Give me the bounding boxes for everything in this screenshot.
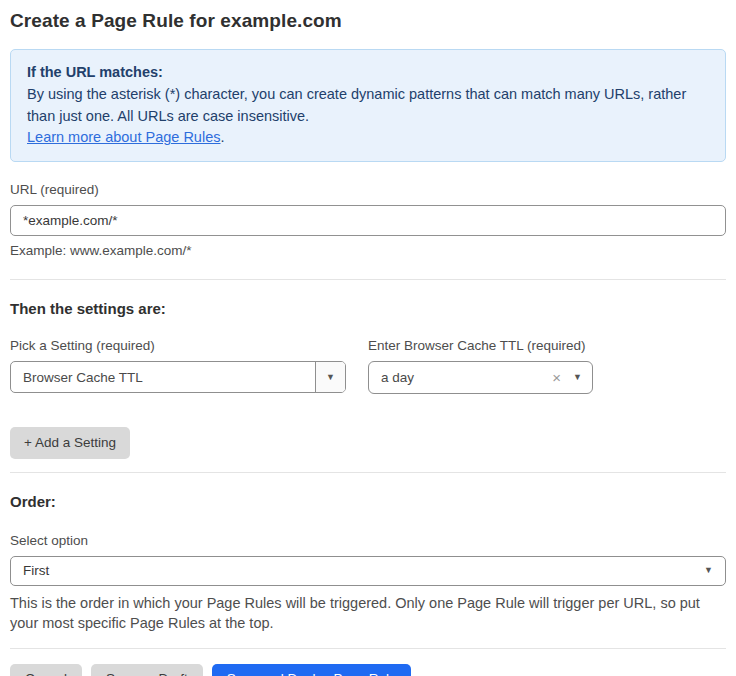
section-divider [10, 279, 726, 280]
chevron-down-icon: ▼ [573, 373, 582, 382]
url-match-info-box: If the URL matches: By using the asteris… [10, 49, 726, 162]
page-title: Create a Page Rule for example.com [10, 10, 726, 32]
ttl-picker-column: Enter Browser Cache TTL (required) a day… [368, 338, 593, 394]
info-box-body: By using the asterisk (*) character, you… [27, 84, 709, 128]
chevron-down-icon: ▼ [704, 566, 713, 575]
link-suffix: . [220, 129, 224, 145]
order-select-label: Select option [10, 533, 726, 548]
order-select[interactable]: First ▼ [10, 556, 726, 586]
setting-select[interactable]: Browser Cache TTL ▼ [10, 361, 346, 393]
ttl-picker-label: Enter Browser Cache TTL (required) [368, 338, 593, 353]
settings-row: Pick a Setting (required) Browser Cache … [10, 338, 726, 394]
footer-divider [10, 648, 726, 649]
footer-actions: Cancel Save as Draft Save and Deploy Pag… [10, 664, 726, 676]
setting-picker-label: Pick a Setting (required) [10, 338, 346, 353]
ttl-select-value: a day [381, 370, 552, 385]
setting-select-value: Browser Cache TTL [11, 362, 315, 392]
order-section-heading: Order: [10, 493, 726, 510]
info-box-link-line: Learn more about Page Rules. [27, 127, 709, 149]
ttl-select[interactable]: a day × ▼ [368, 361, 593, 394]
url-field-label: URL (required) [10, 182, 726, 197]
save-as-draft-button[interactable]: Save as Draft [91, 664, 203, 676]
order-select-value: First [23, 563, 704, 578]
add-setting-button[interactable]: + Add a Setting [10, 427, 130, 459]
info-box-heading: If the URL matches: [27, 62, 709, 84]
setting-picker-column: Pick a Setting (required) Browser Cache … [10, 338, 346, 394]
order-help-text: This is the order in which your Page Rul… [10, 593, 726, 634]
section-divider [10, 472, 726, 473]
url-example-hint: Example: www.example.com/* [10, 243, 726, 258]
save-and-deploy-button[interactable]: Save and Deploy Page Rule [212, 664, 412, 676]
clear-icon[interactable]: × [552, 370, 561, 385]
chevron-down-icon[interactable]: ▼ [315, 362, 345, 392]
caret-glyph: ▼ [326, 373, 335, 382]
learn-more-link[interactable]: Learn more about Page Rules [27, 129, 220, 145]
url-input[interactable] [10, 205, 726, 236]
settings-section-heading: Then the settings are: [10, 300, 726, 317]
cancel-button[interactable]: Cancel [10, 664, 82, 676]
